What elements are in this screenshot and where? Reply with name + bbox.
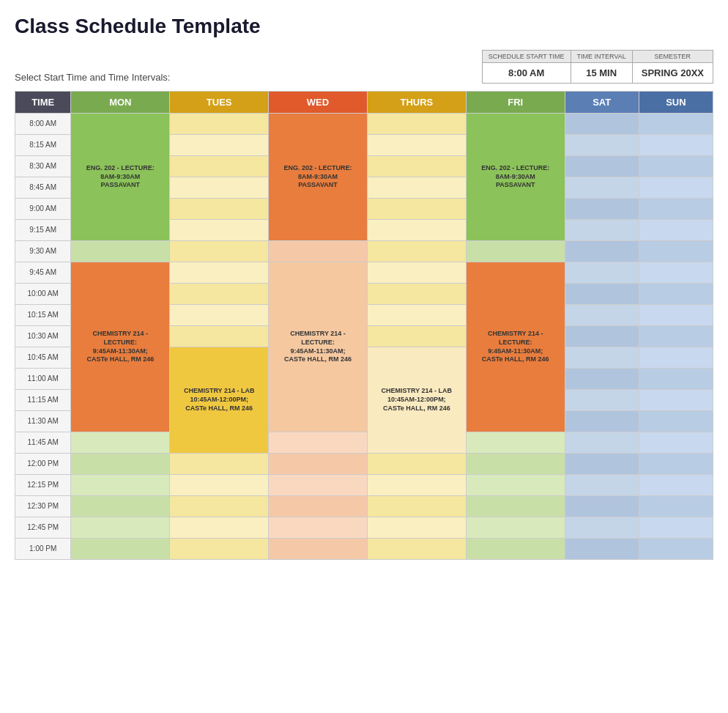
cell-sat-16: [565, 454, 639, 475]
cell-thurs-3: [367, 177, 466, 199]
cell-tues-4: [170, 199, 269, 220]
cell-sat-11: [565, 347, 639, 369]
cell-sat-17: [565, 475, 639, 496]
cell-sat-15: [565, 432, 639, 454]
table-row: 9:45 AMCHEMISTRY 214 - LECTURE: 9:45AM-1…: [15, 262, 713, 284]
cell-sun-11: [639, 347, 713, 369]
time-label: 12:00 PM: [15, 454, 71, 475]
time-label: 8:45 AM: [15, 177, 71, 199]
cell-sat-20: [565, 539, 639, 560]
cell-sat-13: [565, 390, 639, 411]
semester-value[interactable]: SPRING 20XX: [632, 63, 713, 84]
col-header-tues: TUES: [170, 92, 269, 114]
time-label: 11:00 AM: [15, 369, 71, 390]
cell-mon-17: [71, 475, 170, 496]
cell-tues-10: [170, 326, 269, 347]
time-label: 9:00 AM: [15, 199, 71, 220]
cell-sat-3: [565, 177, 639, 199]
cell-mon-20: [71, 539, 170, 560]
cell-sun-15: [639, 432, 713, 454]
cell-tues-9: [170, 305, 269, 326]
cell-sun-8: [639, 284, 713, 305]
time-label: 10:45 AM: [15, 347, 71, 369]
cell-tues-19: [170, 517, 269, 539]
cell-thurs-1: [367, 135, 466, 156]
cell-wed-19: [269, 517, 368, 539]
cell-thurs-5: [367, 220, 466, 241]
cell-wed-6: [269, 241, 368, 262]
cell-mon-7: CHEMISTRY 214 - LECTURE: 9:45AM-11:30AM;…: [71, 262, 170, 432]
cell-sat-1: [565, 135, 639, 156]
time-label: 10:00 AM: [15, 284, 71, 305]
table-row: 9:30 AM: [15, 241, 713, 262]
cell-wed-0: ENG. 202 - LECTURE: 8AM-9:30AM PASSAVANT: [269, 114, 368, 241]
cell-wed-7: CHEMISTRY 214 - LECTURE: 9:45AM-11:30AM;…: [269, 262, 368, 432]
cell-sun-12: [639, 369, 713, 390]
cell-sun-14: [639, 411, 713, 432]
cell-fri-20: [466, 539, 565, 560]
time-label: 9:15 AM: [15, 220, 71, 241]
time-label: 12:30 PM: [15, 496, 71, 517]
cell-tues-5: [170, 220, 269, 241]
select-label: Select Start Time and Time Intervals:: [15, 72, 170, 83]
cell-sun-6: [639, 241, 713, 262]
cell-thurs-0: [367, 114, 466, 135]
cell-fri-0: ENG. 202 - LECTURE: 8AM-9:30AM PASSAVANT: [466, 114, 565, 241]
table-row: 12:45 PM: [15, 517, 713, 539]
col-header-start-time: SCHEDULE START TIME: [482, 51, 571, 63]
time-interval-value[interactable]: 15 MIN: [571, 63, 632, 84]
cell-sun-1: [639, 135, 713, 156]
cell-thurs-4: [367, 199, 466, 220]
cell-fri-19: [466, 517, 565, 539]
cell-sat-4: [565, 199, 639, 220]
cell-sun-2: [639, 156, 713, 177]
time-label: 1:00 PM: [15, 539, 71, 560]
table-row: 12:30 PM: [15, 496, 713, 517]
col-header-time: TIME: [15, 92, 71, 114]
table-row: 1:00 PM: [15, 539, 713, 560]
cell-wed-17: [269, 475, 368, 496]
table-row: 8:00 AMENG. 202 - LECTURE: 8AM-9:30AM PA…: [15, 114, 713, 135]
cell-sun-9: [639, 305, 713, 326]
cell-wed-20: [269, 539, 368, 560]
cell-thurs-17: [367, 475, 466, 496]
cell-tues-3: [170, 177, 269, 199]
page-title: Class Schedule Template: [15, 15, 713, 38]
cell-thurs-19: [367, 517, 466, 539]
time-label: 8:30 AM: [15, 156, 71, 177]
control-settings-table: SCHEDULE START TIME TIME INTERVAL SEMEST…: [482, 50, 713, 84]
time-label: 10:15 AM: [15, 305, 71, 326]
cell-thurs-6: [367, 241, 466, 262]
cell-sat-10: [565, 326, 639, 347]
cell-tues-20: [170, 539, 269, 560]
cell-thurs-8: [367, 284, 466, 305]
time-label: 11:30 AM: [15, 411, 71, 432]
cell-thurs-7: [367, 262, 466, 284]
col-header-interval: TIME INTERVAL: [571, 51, 632, 63]
cell-sun-13: [639, 390, 713, 411]
time-label: 8:15 AM: [15, 135, 71, 156]
cell-tues-7: [170, 262, 269, 284]
cell-sat-9: [565, 305, 639, 326]
cell-sat-7: [565, 262, 639, 284]
cell-mon-16: [71, 454, 170, 475]
cell-fri-17: [466, 475, 565, 496]
cell-sat-14: [565, 411, 639, 432]
cell-fri-18: [466, 496, 565, 517]
cell-sat-8: [565, 284, 639, 305]
table-row: 12:15 PM: [15, 475, 713, 496]
cell-sun-17: [639, 475, 713, 496]
cell-thurs-10: [367, 326, 466, 347]
cell-wed-16: [269, 454, 368, 475]
cell-fri-16: [466, 454, 565, 475]
start-time-value[interactable]: 8:00 AM: [482, 63, 571, 84]
time-label: 8:00 AM: [15, 114, 71, 135]
col-header-wed: WED: [269, 92, 368, 114]
col-header-mon: MON: [71, 92, 170, 114]
cell-tues-6: [170, 241, 269, 262]
col-header-fri: FRI: [466, 92, 565, 114]
cell-sun-16: [639, 454, 713, 475]
cell-fri-7: CHEMISTRY 214 - LECTURE: 9:45AM-11:30AM;…: [466, 262, 565, 432]
cell-sat-12: [565, 369, 639, 390]
col-header-thurs: THURS: [367, 92, 466, 114]
